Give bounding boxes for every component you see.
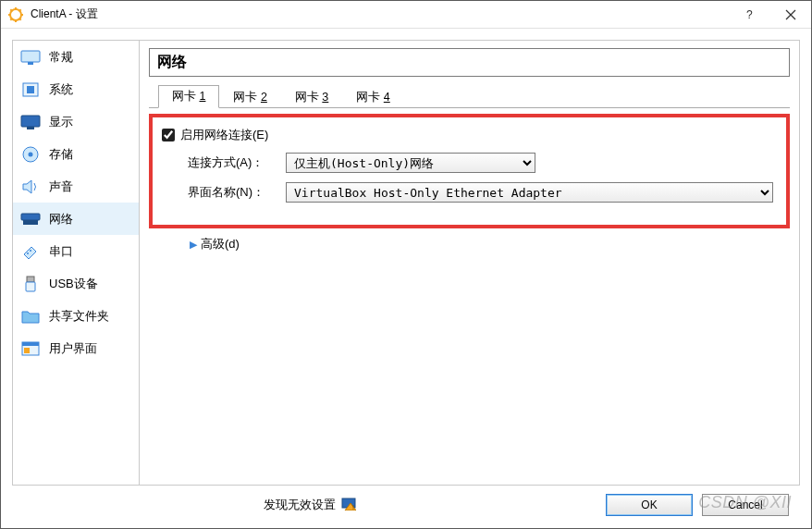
svg-rect-21 [23, 220, 38, 225]
sidebar-item-general[interactable]: 常规 [13, 41, 139, 73]
tab-adapter-1[interactable]: 网卡 1 [158, 85, 219, 108]
svg-rect-28 [24, 348, 30, 353]
sidebar-item-serial[interactable]: 串口 [13, 235, 139, 267]
help-button[interactable]: ? [728, 1, 769, 28]
svg-point-19 [29, 152, 33, 156]
ok-button[interactable]: OK [606, 494, 693, 516]
titlebar: ClientA - 设置 ? [1, 1, 811, 29]
svg-point-22 [27, 252, 29, 254]
sidebar-item-label: 串口 [49, 243, 73, 260]
enable-network-checkbox[interactable] [162, 129, 175, 141]
warning-icon: ! [341, 498, 356, 513]
app-icon [8, 7, 23, 22]
svg-rect-27 [22, 342, 39, 346]
status-area: 发现无效设置 ! [23, 497, 597, 513]
attached-to-row: 连接方式(A)： 仅主机(Host-Only)网络 [188, 153, 773, 173]
sidebar-item-display[interactable]: 显示 [13, 105, 139, 138]
ui-icon [20, 340, 41, 357]
sidebar-item-label: 共享文件夹 [49, 308, 109, 325]
heading-box: 网络 [149, 48, 790, 77]
sidebar-item-label: USB设备 [49, 276, 98, 292]
svg-rect-20 [21, 214, 40, 220]
sidebar-item-audio[interactable]: 声音 [13, 170, 139, 203]
status-text: 发现无效设置 [264, 497, 336, 513]
advanced-toggle[interactable]: ▶ 高级(d) [190, 236, 790, 252]
sidebar-item-label: 网络 [49, 211, 73, 228]
settings-window: ClientA - 设置 ? 常规 系统 显示 [0, 0, 812, 529]
svg-text:!: ! [352, 504, 354, 511]
sidebar-item-label: 声音 [49, 178, 73, 195]
usb-icon [20, 276, 41, 292]
sidebar-item-network[interactable]: 网络 [13, 203, 139, 235]
svg-text:?: ? [746, 8, 753, 21]
window-buttons: ? [728, 1, 811, 28]
interface-name-select[interactable]: VirtualBox Host-Only Ethernet Adapter [286, 182, 773, 203]
tab-adapter-4[interactable]: 网卡 4 [342, 86, 403, 108]
svg-rect-15 [27, 86, 34, 93]
client-area: 常规 系统 显示 存储 声音 [1, 29, 811, 528]
network-icon [20, 211, 41, 228]
sidebar-item-shared[interactable]: 共享文件夹 [13, 300, 139, 332]
svg-point-23 [30, 250, 31, 252]
svg-rect-12 [21, 51, 40, 62]
sidebar-item-label: 常规 [49, 49, 73, 66]
sidebar-item-storage[interactable]: 存储 [13, 138, 139, 170]
sidebar-item-usb[interactable]: USB设备 [13, 267, 139, 300]
bottom-bar: 发现无效设置 ! OK Cancel [12, 486, 800, 521]
folder-icon [20, 308, 41, 325]
highlight-box: 启用网络连接(E) 连接方式(A)： 仅主机(Host-Only)网络 界面名称… [149, 114, 790, 228]
tab-adapter-2[interactable]: 网卡 2 [219, 86, 280, 108]
sidebar-item-ui[interactable]: 用户界面 [13, 332, 139, 364]
cancel-button[interactable]: Cancel [702, 494, 789, 516]
attached-to-select[interactable]: 仅主机(Host-Only)网络 [286, 153, 535, 173]
enable-network-checkbox-row[interactable]: 启用网络连接(E) [162, 127, 773, 143]
general-icon [20, 49, 41, 66]
attached-to-label: 连接方式(A)： [188, 154, 278, 171]
display-icon [20, 114, 41, 130]
system-icon [20, 81, 41, 98]
advanced-label: 高级(d) [201, 236, 240, 252]
close-button[interactable] [769, 1, 811, 28]
svg-rect-17 [27, 127, 34, 129]
svg-rect-16 [21, 116, 40, 127]
window-title: ClientA - 设置 [31, 6, 728, 22]
sidebar-item-label: 系统 [49, 81, 73, 98]
adapter-tabs: 网卡 1 网卡 2 网卡 3 网卡 4 [149, 86, 790, 108]
tab-adapter-3[interactable]: 网卡 3 [281, 86, 342, 108]
sidebar: 常规 系统 显示 存储 声音 [12, 40, 140, 486]
enable-network-label: 启用网络连接(E) [180, 127, 268, 143]
svg-rect-13 [28, 62, 33, 65]
page-title: 网络 [157, 53, 781, 72]
storage-icon [20, 146, 41, 163]
sidebar-item-label: 显示 [49, 114, 73, 130]
sidebar-item-system[interactable]: 系统 [13, 73, 139, 105]
svg-rect-24 [27, 277, 34, 282]
sidebar-item-label: 存储 [49, 146, 73, 163]
svg-rect-25 [26, 282, 35, 291]
sidebar-item-label: 用户界面 [49, 340, 97, 357]
triangle-right-icon: ▶ [190, 239, 197, 251]
audio-icon [20, 178, 41, 195]
interface-name-row: 界面名称(N)： VirtualBox Host-Only Ethernet A… [188, 182, 773, 203]
content-panel: 网络 网卡 1 网卡 2 网卡 3 网卡 4 启用网络连接(E) 连接方式(A)… [140, 40, 800, 486]
serial-icon [20, 243, 41, 260]
interface-name-label: 界面名称(N)： [188, 184, 278, 201]
